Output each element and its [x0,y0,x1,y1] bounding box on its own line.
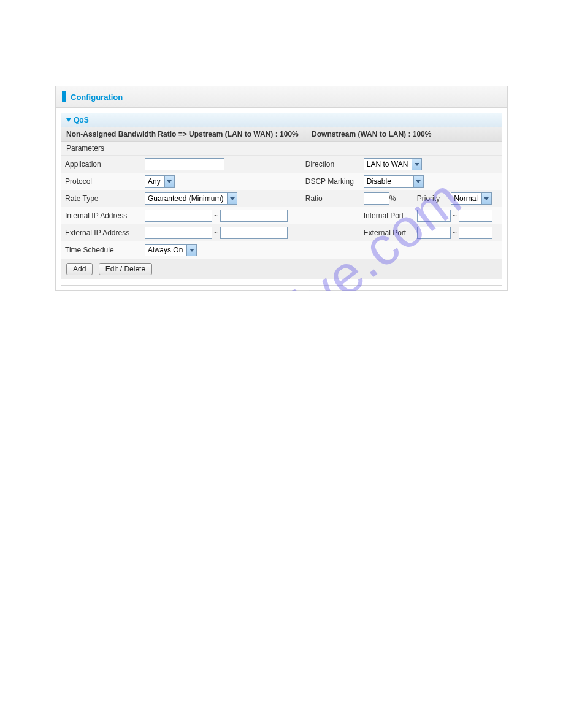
parameters-form: Application Direction LAN to WAN [61,156,502,259]
config-panel: Configuration QoS Non-Assigned Bandwidth… [55,86,508,291]
info-upstream: Upstream (LAN to WAN) : 100% [189,130,299,138]
chevron-down-icon [481,193,491,204]
section-title: QoS [74,116,89,124]
external-ip-from[interactable] [145,227,212,239]
label-priority: Priority [413,190,448,207]
panel-title: Configuration [71,93,123,102]
protocol-select[interactable]: Any [145,175,175,188]
chevron-down-icon [412,159,421,170]
dscp-select[interactable]: Disable [364,175,424,188]
label-ratio: Ratio [302,190,360,207]
chevron-down-icon [186,245,196,256]
button-row: Add Edit / Delete [61,259,502,279]
external-ip-to[interactable] [220,227,288,239]
chevron-down-icon [164,176,174,187]
percent-label: % [389,194,396,203]
info-prefix: Non-Assigned Bandwidth Ratio => [66,130,187,138]
application-input[interactable] [145,158,224,170]
panel-header: Configuration [56,86,507,108]
label-time-schedule: Time Schedule [61,241,141,259]
label-rate-type: Rate Type [61,190,141,207]
footer-space [61,279,502,285]
external-port-from[interactable] [417,227,451,239]
collapse-icon [66,118,71,122]
priority-select[interactable]: Normal [451,192,492,205]
section-header[interactable]: QoS [61,113,502,127]
info-downstream: Downstream (WAN to LAN) : 100% [312,130,431,138]
time-schedule-select[interactable]: Always On [145,244,197,256]
chevron-down-icon [413,176,423,187]
chevron-down-icon [227,193,237,204]
edit-delete-button[interactable]: Edit / Delete [99,263,152,275]
parameters-label: Parameters [61,142,502,156]
internal-port-to[interactable] [459,210,492,222]
label-application: Application [61,156,141,173]
label-dscp: DSCP Marking [302,173,360,190]
internal-ip-to[interactable] [220,210,288,222]
qos-panel: QoS Non-Assigned Bandwidth Ratio => Upst… [61,113,502,286]
rate-type-select[interactable]: Guaranteed (Minimum) [145,192,237,205]
direction-select[interactable]: LAN to WAN [364,158,423,170]
bandwidth-info: Non-Assigned Bandwidth Ratio => Upstream… [61,127,502,142]
label-direction: Direction [302,156,360,173]
external-port-to[interactable] [459,227,492,239]
ratio-input[interactable] [364,192,389,205]
internal-ip-from[interactable] [145,210,212,222]
add-button[interactable]: Add [66,263,93,275]
header-accent [62,91,66,102]
label-internal-port: Internal Port [360,207,413,224]
label-external-port: External Port [360,224,413,241]
label-protocol: Protocol [61,173,141,190]
label-external-ip: External IP Address [61,224,141,241]
internal-port-from[interactable] [417,210,451,222]
label-internal-ip: Internal IP Address [61,207,141,224]
